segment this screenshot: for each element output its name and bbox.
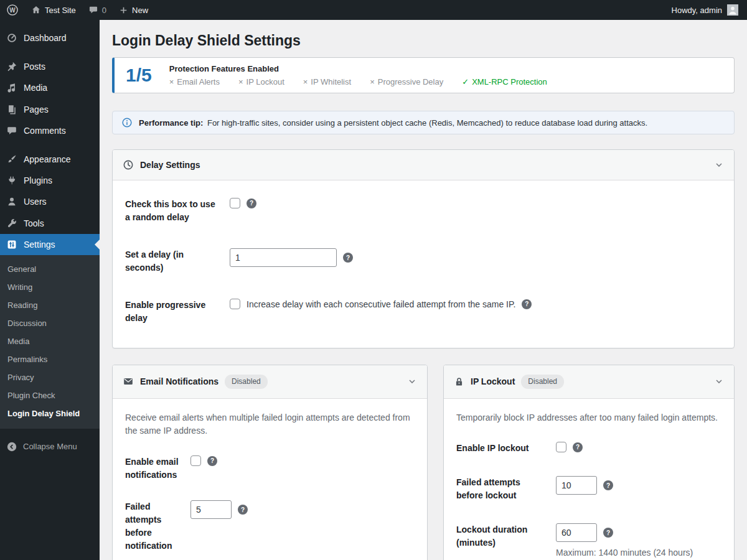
chevron-down-icon[interactable]: [714, 376, 724, 386]
sidebar-item-posts[interactable]: Posts: [0, 56, 100, 77]
user-icon: [6, 196, 17, 207]
sidebar-item-label: Pages: [24, 104, 49, 115]
chevron-down-icon[interactable]: [714, 160, 724, 170]
media-icon: [6, 82, 17, 93]
submenu-item-general[interactable]: General: [0, 260, 100, 278]
enable-ip-lockout-checkbox[interactable]: [556, 442, 566, 452]
status-badge: Disabled: [225, 375, 268, 389]
attempts-before-lockout-input[interactable]: [556, 476, 597, 495]
sidebar-item-label: Media: [24, 82, 47, 93]
envelope-icon: [123, 376, 134, 387]
feature-ip-lockout: × IP Lockout: [238, 77, 284, 86]
protection-stats-card: 1/5 Protection Features Enabled × Email …: [112, 57, 735, 93]
ip-lockout-body: Temporarily block IP addresses after too…: [444, 399, 734, 560]
pages-icon: [6, 104, 17, 115]
site-name-link[interactable]: Test Site: [25, 0, 82, 20]
sidebar-item-label: Settings: [24, 239, 55, 250]
wordpress-menu-button[interactable]: W: [0, 0, 25, 20]
delay-seconds-input[interactable]: [230, 248, 337, 267]
sidebar-item-comments[interactable]: Comments: [0, 120, 100, 141]
sidebar-item-label: Appearance: [24, 154, 71, 165]
howdy-label[interactable]: Howdy, admin: [672, 6, 722, 15]
collapse-menu-label: Collapse Menu: [23, 442, 77, 451]
ip-lockout-panel: IP Lockout Disabled Temporarily block IP…: [443, 365, 735, 560]
setting-row-delay-seconds: Set a delay (in seconds): [125, 233, 721, 284]
sidebar-item-settings[interactable]: Settings: [0, 234, 100, 255]
attempts-before-notification-input[interactable]: [190, 500, 232, 519]
sidebar-item-label: Users: [24, 196, 47, 207]
sidebar-menu: Dashboard Posts Media Pages Co: [0, 20, 100, 255]
help-icon[interactable]: [603, 480, 613, 490]
submenu-item-plugin-check[interactable]: Plugin Check: [0, 386, 100, 404]
sidebar-item-plugins[interactable]: Plugins: [0, 170, 100, 191]
lockout-duration-control: [556, 523, 693, 542]
setting-row-enable-lockout: Enable IP lockout: [456, 442, 721, 455]
stats-detail: Protection Features Enabled × Email Aler…: [169, 64, 547, 86]
avatar[interactable]: [727, 4, 738, 16]
setting-control: [230, 198, 256, 208]
setting-row-random-delay: Check this box to use a random delay: [125, 183, 721, 233]
lockout-duration-input[interactable]: [556, 523, 597, 542]
menu-separator: [0, 141, 100, 149]
sidebar-item-pages[interactable]: Pages: [0, 99, 100, 120]
help-icon[interactable]: [247, 198, 256, 208]
submenu-item-writing[interactable]: Writing: [0, 278, 100, 296]
help-icon[interactable]: [343, 253, 353, 263]
submenu-item-media[interactable]: Media: [0, 332, 100, 350]
submenu-item-reading[interactable]: Reading: [0, 296, 100, 314]
submenu-item-permalinks[interactable]: Permalinks: [0, 350, 100, 368]
tip-lead: Performance tip:: [139, 118, 203, 128]
progressive-delay-checkbox[interactable]: [230, 299, 240, 309]
submenu-item-privacy[interactable]: Privacy: [0, 368, 100, 386]
plugin-icon: [6, 175, 17, 186]
svg-text:W: W: [9, 7, 16, 14]
help-icon[interactable]: [603, 528, 613, 538]
enable-email-checkbox[interactable]: [190, 455, 201, 466]
email-notifications-body: Receive email alerts when multiple faile…: [113, 399, 427, 560]
sidebar-item-users[interactable]: Users: [0, 191, 100, 212]
new-label: New: [132, 6, 148, 15]
sidebar-item-media[interactable]: Media: [0, 77, 100, 98]
check-mark-icon: ✓: [462, 77, 469, 86]
feature-label: XML-RPC Protection: [472, 77, 547, 86]
wordpress-logo-icon: W: [6, 4, 19, 16]
sidebar-item-appearance[interactable]: Appearance: [0, 149, 100, 170]
submenu-item-login-delay-shield[interactable]: Login Delay Shield: [0, 404, 100, 422]
help-icon[interactable]: [522, 299, 532, 309]
tip-text: For high-traffic sites, consider using a…: [207, 118, 647, 128]
new-content-button[interactable]: New: [113, 0, 154, 20]
chevron-down-icon[interactable]: [407, 376, 417, 386]
comments-shortcut[interactable]: 0: [82, 0, 113, 20]
help-icon[interactable]: [573, 442, 583, 452]
comment-bubble-icon: [88, 5, 98, 15]
sidebar-item-label: Dashboard: [24, 32, 67, 44]
delay-settings-header[interactable]: Delay Settings: [113, 150, 734, 180]
dashboard-icon: [6, 32, 17, 44]
comments-count: 0: [102, 6, 106, 15]
setting-label: Set a delay (in seconds): [125, 248, 230, 274]
sidebar: Dashboard Posts Media Pages Co: [0, 20, 100, 560]
help-icon[interactable]: [207, 456, 217, 466]
feature-progressive-delay: × Progressive Delay: [370, 77, 443, 86]
sidebar-item-label: Tools: [24, 218, 44, 229]
setting-control: [190, 500, 248, 519]
delay-settings-body: Check this box to use a random delay Set…: [113, 180, 734, 348]
random-delay-checkbox[interactable]: [230, 198, 240, 208]
panel-description: Receive email alerts when multiple faile…: [125, 401, 415, 438]
submenu-item-discussion[interactable]: Discussion: [0, 314, 100, 332]
stats-heading: Protection Features Enabled: [169, 64, 547, 73]
setting-label: Failed attempts before lockout: [456, 476, 556, 502]
sidebar-item-dashboard[interactable]: Dashboard: [0, 27, 100, 49]
setting-control: [556, 442, 583, 452]
ip-lockout-header[interactable]: IP Lockout Disabled: [444, 365, 734, 399]
sidebar-item-tools[interactable]: Tools: [0, 213, 100, 234]
panel-title: Delay Settings: [140, 160, 200, 170]
collapse-menu-button[interactable]: Collapse Menu: [0, 435, 100, 459]
setting-control: [190, 455, 217, 466]
sidebar-item-label: Plugins: [24, 175, 52, 186]
feature-label: IP Lockout: [247, 77, 284, 86]
email-notifications-header[interactable]: Email Notifications Disabled: [113, 365, 427, 399]
setting-label: Enable progressive delay: [125, 299, 230, 325]
panel-title: IP Lockout: [471, 376, 515, 386]
help-icon[interactable]: [238, 505, 248, 515]
